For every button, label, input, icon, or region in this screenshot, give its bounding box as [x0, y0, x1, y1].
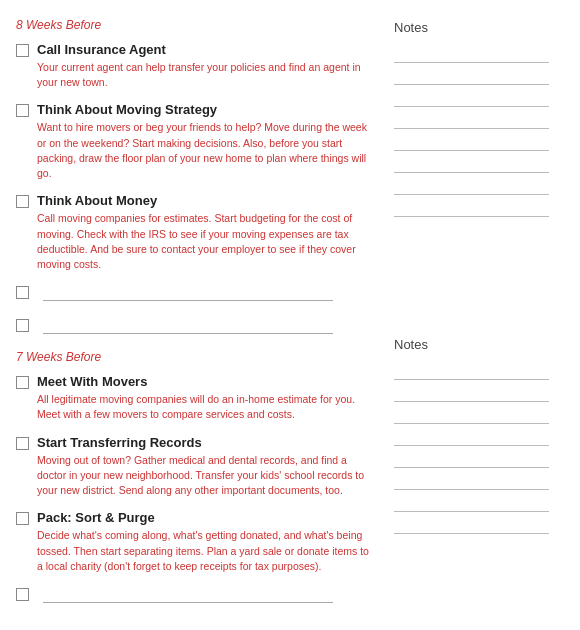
empty-task-1b — [16, 317, 374, 334]
checkbox-strategy[interactable] — [16, 104, 29, 117]
checkbox-purge[interactable] — [16, 512, 29, 525]
note-line-2-2[interactable] — [394, 384, 549, 402]
task-title-money: Think About Money — [37, 193, 374, 208]
checkbox-insurance[interactable] — [16, 44, 29, 57]
task-title-records: Start Transferring Records — [37, 435, 374, 450]
note-line-1-8[interactable] — [394, 199, 549, 217]
note-line-2-7[interactable] — [394, 494, 549, 512]
note-line-2-1[interactable] — [394, 362, 549, 380]
checkbox-empty-1b[interactable] — [16, 319, 29, 332]
empty-task-2a — [16, 586, 374, 603]
checkbox-money[interactable] — [16, 195, 29, 208]
section-7-weeks: 7 Weeks Before Meet With Movers All legi… — [16, 350, 374, 603]
note-line-2-5[interactable] — [394, 450, 549, 468]
note-line-1-2[interactable] — [394, 67, 549, 85]
note-line-1-1[interactable] — [394, 45, 549, 63]
task-desc-insurance: Your current agent can help transfer you… — [37, 60, 374, 90]
task-desc-records: Moving out of town? Gather medical and d… — [37, 453, 374, 499]
task-desc-purge: Decide what's coming along, what's getti… — [37, 528, 374, 574]
task-title-purge: Pack: Sort & Purge — [37, 510, 374, 525]
task-desc-movers: All legitimate moving companies will do … — [37, 392, 374, 422]
checkbox-empty-2a[interactable] — [16, 588, 29, 601]
task-content-movers: Meet With Movers All legitimate moving c… — [37, 374, 374, 422]
section-label-8weeks: 8 Weeks Before — [16, 18, 374, 32]
notes-title-2: Notes — [394, 337, 576, 352]
task-block-money: Think About Money Call moving companies … — [16, 193, 374, 272]
note-line-1-7[interactable] — [394, 177, 549, 195]
task-content-records: Start Transferring Records Moving out of… — [37, 435, 374, 499]
task-content-insurance: Call Insurance Agent Your current agent … — [37, 42, 374, 90]
task-block-insurance: Call Insurance Agent Your current agent … — [16, 42, 374, 90]
note-line-2-3[interactable] — [394, 406, 549, 424]
task-block-strategy: Think About Moving Strategy Want to hire… — [16, 102, 374, 181]
task-block-purge: Pack: Sort & Purge Decide what's coming … — [16, 510, 374, 574]
task-block-records: Start Transferring Records Moving out of… — [16, 435, 374, 499]
task-desc-strategy: Want to hire movers or beg your friends … — [37, 120, 374, 181]
note-line-1-6[interactable] — [394, 155, 549, 173]
section-label-7weeks: 7 Weeks Before — [16, 350, 374, 364]
task-desc-money: Call moving companies for estimates. Sta… — [37, 211, 374, 272]
empty-task-1a — [16, 284, 374, 301]
left-column: 8 Weeks Before Call Insurance Agent Your… — [16, 18, 386, 619]
task-content-purge: Pack: Sort & Purge Decide what's coming … — [37, 510, 374, 574]
checkbox-empty-1a[interactable] — [16, 286, 29, 299]
task-title-insurance: Call Insurance Agent — [37, 42, 374, 57]
note-line-2-8[interactable] — [394, 516, 549, 534]
note-line-2-6[interactable] — [394, 472, 549, 490]
section-8-weeks: 8 Weeks Before Call Insurance Agent Your… — [16, 18, 374, 334]
page: 8 Weeks Before Call Insurance Agent Your… — [0, 0, 580, 630]
task-title-strategy: Think About Moving Strategy — [37, 102, 374, 117]
note-line-2-4[interactable] — [394, 428, 549, 446]
notes-section-2: Notes — [394, 335, 576, 534]
note-line-1-3[interactable] — [394, 89, 549, 107]
task-title-movers: Meet With Movers — [37, 374, 374, 389]
notes-section-1: Notes — [394, 18, 576, 217]
empty-field-2a[interactable] — [43, 587, 333, 603]
notes-title-1: Notes — [394, 20, 576, 35]
checkbox-movers[interactable] — [16, 376, 29, 389]
note-line-1-5[interactable] — [394, 133, 549, 151]
task-content-strategy: Think About Moving Strategy Want to hire… — [37, 102, 374, 181]
task-block-movers: Meet With Movers All legitimate moving c… — [16, 374, 374, 422]
right-column: Notes Notes — [386, 18, 576, 619]
empty-field-1b[interactable] — [43, 318, 333, 334]
task-content-money: Think About Money Call moving companies … — [37, 193, 374, 272]
note-line-1-4[interactable] — [394, 111, 549, 129]
checkbox-records[interactable] — [16, 437, 29, 450]
empty-field-1a[interactable] — [43, 285, 333, 301]
